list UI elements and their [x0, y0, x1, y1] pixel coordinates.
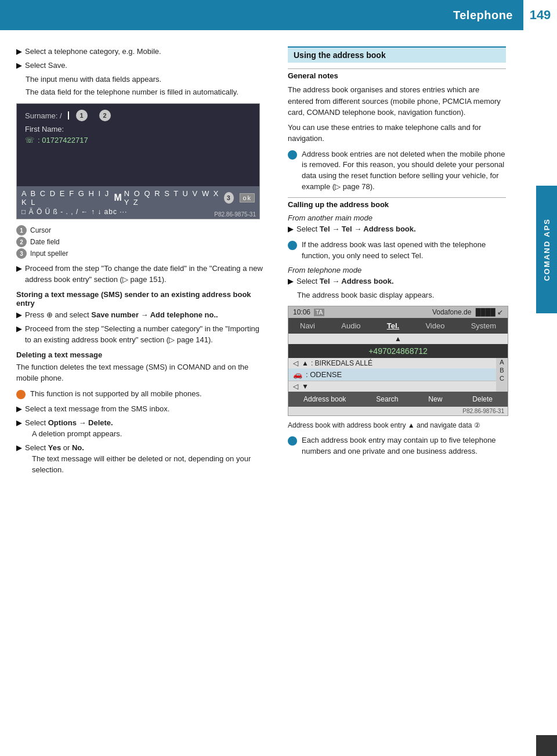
- nav-tel[interactable]: Tel.: [382, 320, 404, 331]
- arrow-icon: ▶: [16, 324, 22, 334]
- main-section-heading: Using the address book: [288, 46, 506, 63]
- phone-contacts-list: ◁ ▲ : BIRKEDALS ALLÉ 🚗 : ODENSE ◁ ▼: [288, 358, 496, 392]
- general-note-text: Address book entries are not deleted whe…: [302, 149, 506, 193]
- instruction-select-sms: ▶ Select a text message from the SMS inb…: [16, 404, 266, 415]
- arrow-icon: ▶: [16, 418, 22, 428]
- caption-row-1: 1 Cursor: [16, 225, 266, 236]
- phone-network-icon: TA: [314, 309, 324, 316]
- caption-num-2: 2: [16, 237, 27, 247]
- from-tel-indent: The address book basic display appears.: [288, 290, 506, 301]
- back-icon-2: ◁: [293, 382, 298, 390]
- alpha-C[interactable]: C: [500, 374, 504, 382]
- phone-status-bar: 10:06 TA Vodafone.de ████ ↙: [288, 306, 508, 318]
- phone-time: 10:06: [293, 308, 310, 316]
- kbd-M-highlight: M: [114, 193, 122, 203]
- screen-input-area: Surname: / 1 2 First Name: ☏ : 017274227…: [17, 104, 259, 186]
- screen-firstname-row: First Name:: [25, 125, 251, 133]
- deleting-para: The function deletes the text message (S…: [16, 361, 266, 384]
- caption-num-1: 1: [16, 225, 27, 236]
- kbd-letters-2: N O Q R S T U V W X Y Z: [124, 189, 222, 207]
- action-new[interactable]: New: [422, 394, 448, 404]
- general-note-block: Address book entries are not deleted whe…: [288, 149, 506, 193]
- deleting-heading: Deleting a text message: [16, 350, 266, 359]
- instruction-select-yes-no: ▶ Select Yes or No.The text message will…: [16, 443, 266, 476]
- action-search[interactable]: Search: [370, 394, 404, 404]
- main-content: ▶ Select a telephone category, e.g. Mobi…: [0, 30, 557, 484]
- nav-system[interactable]: System: [466, 320, 501, 331]
- back-icon: ◁: [293, 359, 298, 367]
- phone-carrier-signal: Vodafone.de ████ ↙: [432, 308, 503, 316]
- phone-bottom-row: ◁ ▼: [288, 381, 496, 392]
- cursor-line: [68, 111, 69, 120]
- instruction-text-proceed-2: Proceed from the step "Selecting a numbe…: [25, 324, 266, 346]
- instruction-text-select-yes-no: Select Yes or No.The text message will e…: [25, 443, 266, 476]
- kbd-special-chars: □ Ä Ö Ü ß - . , / ← ↑ ↓ abc ···: [21, 208, 127, 216]
- from-main-mode-label: From another main mode: [288, 214, 506, 222]
- calling-heading: Calling up the address book: [288, 197, 506, 210]
- car-icon-1: 🚗: [293, 370, 302, 379]
- phone-contact-row-1: 🚗 : ODENSE: [288, 368, 496, 381]
- captions-block: 1 Cursor 2 Date field 3 Input speller: [16, 225, 266, 259]
- left-column: ▶ Select a telephone category, e.g. Mobi…: [0, 41, 278, 484]
- caption-text-3: Input speller: [30, 249, 68, 258]
- action-delete[interactable]: Delete: [466, 394, 498, 404]
- instruction-text-from-tel: Select Tel → Address book.: [296, 276, 394, 287]
- nav-video[interactable]: Video: [421, 320, 449, 331]
- final-note-block: Each address book entry may contain up t…: [288, 435, 506, 457]
- from-tel-mode-text: From telephone mode: [288, 266, 361, 274]
- circle-badge-1: 1: [76, 110, 88, 121]
- side-tab: COMAND APS: [536, 186, 557, 313]
- general-notes-para2: You can use these entries to make teleph…: [288, 122, 506, 144]
- alpha-B[interactable]: B: [500, 366, 504, 374]
- phone-action-bar: Address book Search New Delete: [288, 392, 508, 407]
- nav-navi[interactable]: Navi: [295, 320, 320, 331]
- instruction-text-select-category: Select a telephone category, e.g. Mobile…: [25, 46, 161, 57]
- instruction-text-from-main: Select Tel → Tel → Address book.: [296, 224, 416, 235]
- caption-row-2: 2 Date field: [16, 237, 266, 247]
- note-bullet-orange: [16, 390, 26, 399]
- instruction-select-save: ▶ Select Save.: [16, 60, 266, 71]
- calling-heading-text: Calling up the address book: [288, 200, 389, 209]
- nav-audio[interactable]: Audio: [337, 320, 365, 331]
- phone-nav-bar: Navi Audio Tel. Video System: [288, 318, 508, 334]
- circle-badge-2: 2: [99, 110, 111, 121]
- header-title-box: Telephone 149: [443, 0, 557, 30]
- kbd-row1: A B C D E F G H I J K L M N O Q R S T U …: [21, 189, 255, 207]
- p82-label: P82.86-9875-31: [214, 211, 256, 218]
- arrow-icon: ▶: [288, 276, 294, 287]
- general-notes-para: The address book organises and stores en…: [288, 84, 506, 118]
- instruction-press-ok: ▶ Press ⊕ and select Save number → Add t…: [16, 310, 266, 321]
- contact-name-1: : BIRKEDALS ALLÉ: [311, 359, 372, 367]
- instruction-select-category: ▶ Select a telephone category, e.g. Mobi…: [16, 46, 266, 57]
- surname-label: Surname: /: [25, 111, 62, 120]
- note-bullet-blue-3: [288, 436, 297, 446]
- action-address-book[interactable]: Address book: [298, 394, 352, 404]
- storing-sms-heading: Storing a text message (SMS) sender to a…: [16, 290, 266, 308]
- arrow-icon: ▶: [288, 224, 294, 234]
- phone-up-arrow: ▲: [288, 334, 508, 344]
- caption-text-1: Cursor: [30, 226, 51, 234]
- screen-phone-number: : 01727422717: [38, 136, 88, 144]
- right-column: Using the address book General notes The…: [278, 41, 534, 484]
- general-notes-heading-text: General notes: [288, 71, 338, 80]
- arrow-icon: ▶: [16, 404, 22, 414]
- arrow-icon: ▶: [16, 60, 22, 71]
- from-main-note: If the address book was last opened with…: [288, 240, 506, 262]
- phone-status-left: 10:06 TA: [293, 308, 324, 316]
- header-bar: Telephone 149: [0, 0, 557, 30]
- contact-icon-1: ▲: [302, 359, 309, 367]
- circle-badge-3: 3: [224, 192, 234, 204]
- header-title: Telephone: [443, 9, 523, 22]
- phone-contact-area: ◁ ▲ : BIRKEDALS ALLÉ 🚗 : ODENSE ◁ ▼: [288, 358, 508, 392]
- phone-content-area: ▲ +497024868712 ◁ ▲ : BIRKEDALS ALLÉ: [288, 334, 508, 407]
- instruction-text-select-sms: Select a text message from the SMS inbox…: [25, 404, 169, 415]
- down-indicator: ▼: [302, 382, 309, 390]
- alpha-A[interactable]: A: [500, 358, 504, 366]
- main-heading-text: Using the address book: [294, 50, 386, 60]
- note-bullet-blue-2: [288, 241, 297, 250]
- instruction-text-select-options: Select Options → Delete.A deletion promp…: [25, 418, 122, 440]
- phone-p82-label: P82.86-9876-31: [288, 407, 508, 415]
- caption-text-2: Date field: [30, 238, 60, 246]
- instruction-text-press-ok: Press ⊕ and select Save number → Add tel…: [25, 310, 218, 321]
- phone-carrier: Vodafone.de: [432, 308, 471, 316]
